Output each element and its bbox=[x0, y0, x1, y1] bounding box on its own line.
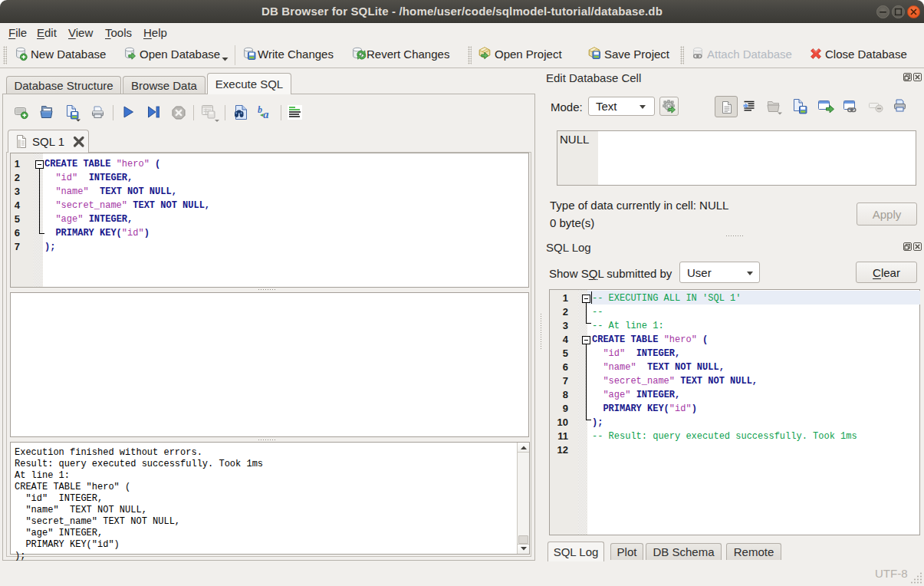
svg-text:a: a bbox=[263, 108, 269, 120]
svg-text:b: b bbox=[258, 105, 262, 115]
